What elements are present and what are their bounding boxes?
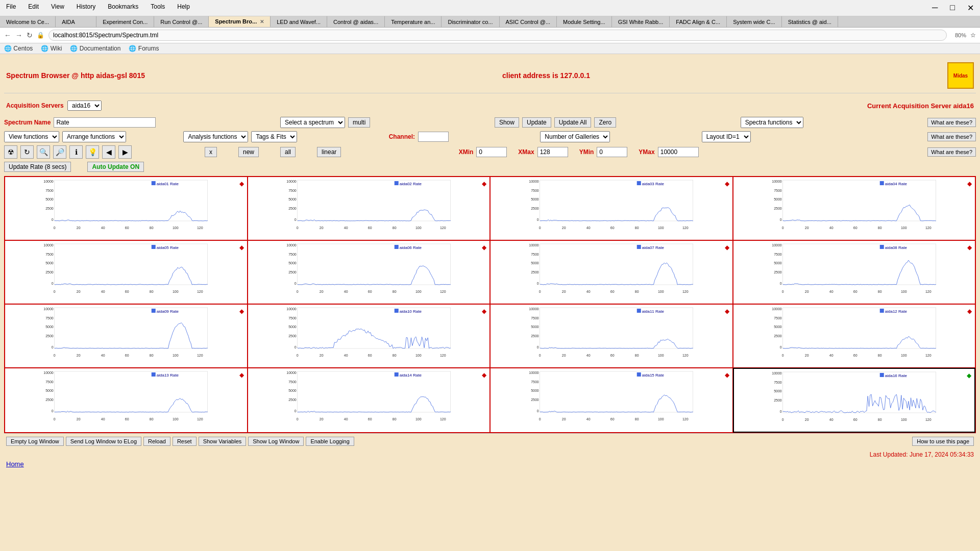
send-log-button[interactable]: Send Log Window to ELog [66, 437, 141, 446]
channel-input[interactable] [418, 132, 449, 142]
forward-button[interactable]: → [15, 31, 22, 39]
zoom-in-icon-btn[interactable]: 🔍 [37, 145, 50, 159]
info-icon-btn[interactable]: ℹ [69, 145, 83, 159]
spectra-functions-dropdown[interactable]: Spectra functions [741, 117, 803, 128]
chart-cell-aida16[interactable]: ◆ 10000 7500 5000 2500 0 0 20 40 60 80 1… [733, 368, 976, 433]
svg-text:0: 0 [537, 218, 539, 221]
how-to-button[interactable]: How to use this page [912, 437, 974, 446]
update-rate-button[interactable]: Update Rate (8 secs) [4, 162, 71, 172]
what-these-1-button[interactable]: What are these? [927, 118, 976, 127]
xmin-input[interactable] [476, 147, 507, 157]
bookmark-forums[interactable]: 🌐 Forums [129, 45, 159, 52]
auto-update-button[interactable]: Auto Update ON [87, 162, 144, 172]
chart-cell-aida10[interactable]: ◆ 10000 7500 5000 2500 0 0 20 40 60 80 1… [248, 304, 491, 368]
bookmark-centos[interactable]: 🌐 Centos [4, 45, 33, 52]
x-button[interactable]: x [205, 147, 217, 157]
chart-cell-aida02[interactable]: ◆ 10000 7500 5000 2500 0 0 20 40 60 80 1… [248, 177, 491, 240]
tab-module[interactable]: Module Setting... [557, 16, 612, 27]
chart-cell-aida12[interactable]: ◆ 10000 7500 5000 2500 0 0 20 40 60 80 1… [733, 304, 976, 368]
linear-button[interactable]: linear [317, 147, 341, 157]
update-all-button[interactable]: Update All [554, 117, 592, 128]
chart-cell-aida13[interactable]: ◆ 10000 7500 5000 2500 0 0 20 40 60 80 1… [5, 368, 248, 433]
chart-cell-aida03[interactable]: ◆ 10000 7500 5000 2500 0 0 20 40 60 80 1… [490, 177, 733, 240]
chart-cell-aida05[interactable]: ◆ 10000 7500 5000 2500 0 0 20 40 60 80 1… [5, 240, 248, 304]
reload-button[interactable]: ↻ [27, 31, 33, 39]
ymin-input[interactable] [597, 147, 627, 157]
star-icon[interactable]: ☆ [970, 32, 976, 39]
menu-tools[interactable]: Tools [149, 2, 167, 14]
xmax-input[interactable] [537, 147, 568, 157]
refresh-icon-btn[interactable]: ↻ [20, 145, 34, 159]
update-button[interactable]: Update [522, 117, 551, 128]
tab-aida[interactable]: AIDA [56, 16, 96, 27]
prev-icon-btn[interactable]: ◀ [102, 145, 115, 159]
what-these-3-button[interactable]: What are these? [927, 147, 976, 157]
tab-led[interactable]: LED and Wavef... [271, 16, 327, 27]
tab-fadc[interactable]: FADC Align & C... [670, 16, 727, 27]
chart-cell-aida07[interactable]: ◆ 10000 7500 5000 2500 0 0 20 40 60 80 1… [490, 240, 733, 304]
tags-fits-dropdown[interactable]: Tags & Fits [251, 131, 297, 142]
zoom-out-icon-btn[interactable]: 🔎 [53, 145, 66, 159]
select-spectrum-dropdown[interactable]: Select a spectrum [280, 117, 345, 128]
zero-button[interactable]: Zero [594, 117, 616, 128]
svg-text:100: 100 [173, 290, 179, 293]
chart-cell-aida15[interactable]: ◆ 10000 7500 5000 2500 0 0 20 40 60 80 1… [490, 368, 733, 433]
tab-asic[interactable]: ASIC Control @... [500, 16, 557, 27]
all-button[interactable]: all [280, 147, 296, 157]
chart-cell-aida14[interactable]: ◆ 10000 7500 5000 2500 0 0 20 40 60 80 1… [248, 368, 491, 433]
acq-server-select[interactable]: aida16 [67, 101, 102, 111]
chart-cell-aida04[interactable]: ◆ 10000 7500 5000 2500 0 0 20 40 60 80 1… [733, 177, 976, 240]
tab-close-icon[interactable]: ✕ [260, 19, 264, 24]
radiation-icon-btn[interactable]: ☢ [4, 145, 17, 159]
show-button[interactable]: Show [495, 117, 519, 128]
number-galleries-dropdown[interactable]: Number of Galleries [540, 131, 610, 142]
tab-welcome[interactable]: Welcome to Ce... [0, 16, 56, 27]
diamond-icon-aida04: ◆ [967, 180, 972, 187]
menu-view[interactable]: View [49, 2, 66, 14]
show-variables-button[interactable]: Show Variables [199, 437, 247, 446]
ymax-input[interactable] [658, 147, 699, 157]
tab-system[interactable]: System wide C... [727, 16, 782, 27]
tab-discriminator[interactable]: Discriminator co... [442, 16, 499, 27]
what-these-2-button[interactable]: What are these? [927, 132, 976, 141]
menu-file[interactable]: File [4, 2, 18, 14]
arrange-functions-dropdown[interactable]: Arrange functions [62, 131, 126, 142]
close-btn[interactable]: ✕ [965, 2, 976, 14]
new-button[interactable]: new [238, 147, 259, 157]
maximize-btn[interactable]: □ [948, 2, 957, 14]
empty-log-button[interactable]: Empty Log Window [6, 437, 64, 446]
menu-history[interactable]: History [75, 2, 97, 14]
menu-bookmarks[interactable]: Bookmarks [106, 2, 140, 14]
tab-spectrum[interactable]: Spectrum Bro...✕ [209, 16, 271, 27]
show-log-button[interactable]: Show Log Window [248, 437, 304, 446]
minimize-btn[interactable]: ─ [930, 2, 940, 14]
tab-statistics[interactable]: Statistics @ aid... [782, 16, 838, 27]
spectrum-name-input[interactable] [54, 117, 156, 128]
tab-temperature[interactable]: Temperature an... [385, 16, 442, 27]
chart-cell-aida11[interactable]: ◆ 10000 7500 5000 2500 0 0 20 40 60 80 1… [490, 304, 733, 368]
info2-icon-btn[interactable]: 💡 [86, 145, 99, 159]
tab-gsi[interactable]: GSI White Rabb... [612, 16, 670, 27]
reset-button[interactable]: Reset [173, 437, 197, 446]
reload-button[interactable]: Reload [143, 437, 170, 446]
view-functions-dropdown[interactable]: View functions [4, 131, 59, 142]
tab-experiment[interactable]: Experiment Con... [96, 16, 154, 27]
enable-logging-button[interactable]: Enable Logging [306, 437, 354, 446]
multi-button[interactable]: multi [348, 117, 370, 128]
chart-cell-aida09[interactable]: ◆ 10000 7500 5000 2500 0 0 20 40 60 80 1… [5, 304, 248, 368]
tab-control[interactable]: Control @ aidas... [327, 16, 385, 27]
back-button[interactable]: ← [4, 31, 11, 39]
chart-cell-aida06[interactable]: ◆ 10000 7500 5000 2500 0 0 20 40 60 80 1… [248, 240, 491, 304]
layout-dropdown[interactable]: Layout ID=1 [702, 131, 751, 142]
home-link[interactable]: Home [4, 458, 26, 470]
url-input[interactable] [48, 30, 947, 41]
menu-help[interactable]: Help [175, 2, 192, 14]
bookmark-wiki[interactable]: 🌐 Wiki [41, 45, 62, 52]
menu-edit[interactable]: Edit [26, 2, 41, 14]
analysis-functions-dropdown[interactable]: Analysis functions [183, 131, 248, 142]
next-icon-btn[interactable]: ▶ [118, 145, 132, 159]
chart-cell-aida01[interactable]: ◆ 10000 7500 5000 2500 0 0 20 40 60 80 1… [5, 177, 248, 240]
tab-run-control[interactable]: Run Control @... [154, 16, 209, 27]
bookmark-documentation[interactable]: 🌐 Documentation [70, 45, 120, 52]
chart-cell-aida08[interactable]: ◆ 10000 7500 5000 2500 0 0 20 40 60 80 1… [733, 240, 976, 304]
